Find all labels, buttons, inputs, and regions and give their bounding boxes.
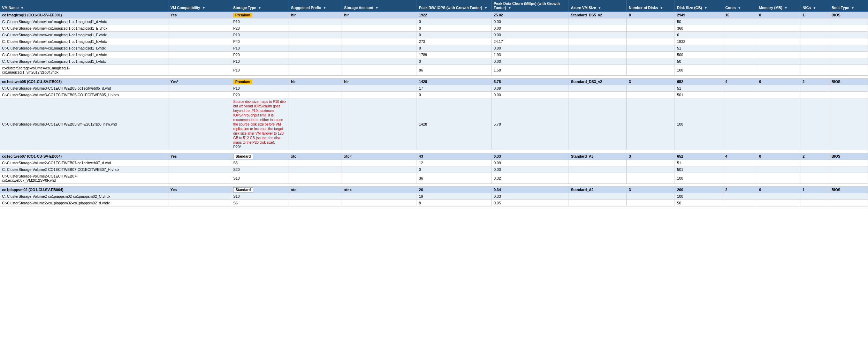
azure-vm-size-cell: Standard_DS3_v2: [569, 78, 626, 85]
spacer-row: [0, 150, 868, 153]
disk-boot-type-cell: [829, 52, 868, 58]
sort-icon-vm-name: ▼: [21, 6, 24, 10]
disk-cores-cell: [723, 25, 757, 32]
col-header-storage-account[interactable]: Storage Account ▼: [342, 0, 417, 12]
disk-storage-type-cell: P10: [231, 18, 289, 25]
col-header-vm-name[interactable]: VM Name ▼: [0, 0, 168, 12]
disk-prefix-cell: [289, 52, 342, 58]
col-header-memory[interactable]: Memory (MB) ▼: [757, 0, 800, 12]
disk-storage-type-value: S10: [233, 176, 240, 180]
disk-num-disks-cell: [626, 160, 675, 166]
disk-memory-cell: [757, 160, 800, 166]
disk-size-cell: 360: [675, 25, 723, 32]
disk-size-cell: 51: [675, 45, 723, 52]
disk-size-cell: 51: [675, 160, 723, 166]
disk-name-cell: C:-ClusterStorage-Volume2-co1piappsm02-c…: [0, 200, 168, 206]
disk-memory-cell: [757, 85, 800, 92]
disk-name-cell: C:-ClusterStorage-Volume2-co1piappsm02-c…: [0, 193, 168, 200]
disk-nics-cell: [800, 193, 829, 200]
col-header-suggested-prefix[interactable]: Suggested Prefix ▼: [289, 0, 342, 12]
disk-nics-cell: [800, 32, 829, 38]
disk-compat-cell: [168, 166, 231, 173]
disk-nics-cell: [800, 45, 829, 52]
disk-cores-cell: [723, 65, 757, 76]
vm-name-cell: co1ecitweb07 (CO1-CU-SV-EB004): [0, 153, 168, 160]
disk-cores-cell: [723, 58, 757, 65]
col-header-vm-compat[interactable]: VM Compatibility ▼: [168, 0, 231, 12]
suggested-prefix-cell: xtc: [289, 187, 342, 193]
disk-size-cell: 100: [675, 65, 723, 76]
disk-boot-type-cell: [829, 18, 868, 25]
peak-rw-cell: 1428: [417, 78, 492, 85]
disk-name-cell: C:-ClusterStorage-Volume3-CO1ECITWEB05-c…: [0, 85, 168, 92]
col-header-peak-rw[interactable]: Peak R/W IOPS (with Growth Factor) ▼: [417, 0, 492, 12]
sort-icon-disk-size: ▼: [704, 6, 707, 10]
disk-cores-cell: [723, 92, 757, 98]
disk-peak-churn-cell: 0.00: [492, 25, 569, 32]
disk-storage-type-cell: P20: [231, 25, 289, 32]
spacer-row: [0, 76, 868, 78]
disk-size-cell: 1832: [675, 38, 723, 45]
vm-compat-cell: Yes*: [168, 78, 231, 85]
disk-prefix-cell: [289, 193, 342, 200]
col-header-disk-size[interactable]: Disk Size (GB) ▼: [675, 0, 723, 12]
disk-memory-cell: [757, 65, 800, 76]
col-header-num-disks[interactable]: Number of Disks ▼: [626, 0, 675, 12]
suggested-prefix-cell: hlr: [289, 12, 342, 18]
disk-storage-type-cell: S10: [231, 173, 289, 184]
sort-icon-storage-type: ▼: [258, 6, 261, 10]
storage-account-cell: hlr: [342, 78, 417, 85]
col-header-storage-type[interactable]: Storage Type ▼: [231, 0, 289, 12]
disk-account-cell: [342, 45, 417, 52]
disk-peak-churn-cell: 0.00: [492, 45, 569, 52]
disk-compat-cell: [168, 173, 231, 184]
col-header-cores[interactable]: Cores ▼: [723, 0, 757, 12]
disk-memory-cell: [757, 25, 800, 32]
peak-rw-cell: 1922: [417, 12, 492, 18]
storage-type-badge: Standard: [233, 154, 253, 159]
col-header-boot-type[interactable]: Boot Type ▼: [829, 0, 868, 12]
azure-vm-size-cell: Standard_A3: [569, 153, 626, 160]
disk-name-cell: C:-ClusterStorage-Volume2-CO1ECITWEB07-c…: [0, 173, 168, 184]
nics-cell: 2: [800, 153, 829, 160]
spacer-row: [0, 206, 868, 209]
disk-peak-churn-cell: 24.17: [492, 38, 569, 45]
disk-name-cell: C:-ClusterStorage-Volume3-CO1ECITWEB05-C…: [0, 92, 168, 98]
disk-prefix-cell: [289, 25, 342, 32]
boot-type-cell: BIOS: [829, 187, 868, 193]
disk-memory-cell: [757, 58, 800, 65]
disk-nics-cell: [800, 25, 829, 32]
disk-num-disks-cell: [626, 45, 675, 52]
disk-boot-type-cell: [829, 200, 868, 206]
disk-row: c:-clusterStorage-volume4-co1magicsql1-c…: [0, 65, 868, 76]
disk-storage-type-cell: P10: [231, 32, 289, 38]
disk-name-cell: C:-ClusterStorage-Volume4-co1magicsql1-c…: [0, 18, 168, 25]
col-header-peak-churn[interactable]: Peak Data Churn (MBps) (with Growth Fact…: [492, 0, 569, 12]
disk-row: C:-ClusterStorage-Volume4-co1magicsql1-c…: [0, 45, 868, 52]
disk-num-disks-cell: [626, 85, 675, 92]
num-disks-cell: 3: [626, 78, 675, 85]
disk-num-disks-cell: [626, 32, 675, 38]
disk-nics-cell: [800, 98, 829, 150]
sort-icon-peak-churn: ▼: [508, 6, 511, 10]
vm-name-cell: co1piappsm02 (CO1-CU-SV-EB004): [0, 187, 168, 193]
disk-azure-vm-cell: [569, 200, 626, 206]
peak-rw-cell: 43: [417, 153, 492, 160]
storage-type-cell: Premium: [231, 78, 289, 85]
disk-azure-vm-cell: [569, 98, 626, 150]
col-header-azure-vm-size[interactable]: Azure VM Size ▼: [569, 0, 626, 12]
disk-size-cell: 652: [675, 78, 723, 85]
disk-compat-cell: [168, 45, 231, 52]
disk-storage-type-value: P10: [233, 46, 240, 50]
disk-account-cell: [342, 38, 417, 45]
disk-storage-type-value: S20: [233, 167, 240, 172]
disk-peak-rw-cell: 0: [417, 92, 492, 98]
disk-memory-cell: [757, 18, 800, 25]
col-header-nics[interactable]: NICs ▼: [800, 0, 829, 12]
vm-name-cell: co1ecitweb05 (CO1-CU-SV-EB003): [0, 78, 168, 85]
disk-peak-rw-cell: 0: [417, 58, 492, 65]
disk-prefix-cell: [289, 160, 342, 166]
disk-compat-cell: [168, 65, 231, 76]
disk-azure-vm-cell: [569, 166, 626, 173]
disk-azure-vm-cell: [569, 18, 626, 25]
